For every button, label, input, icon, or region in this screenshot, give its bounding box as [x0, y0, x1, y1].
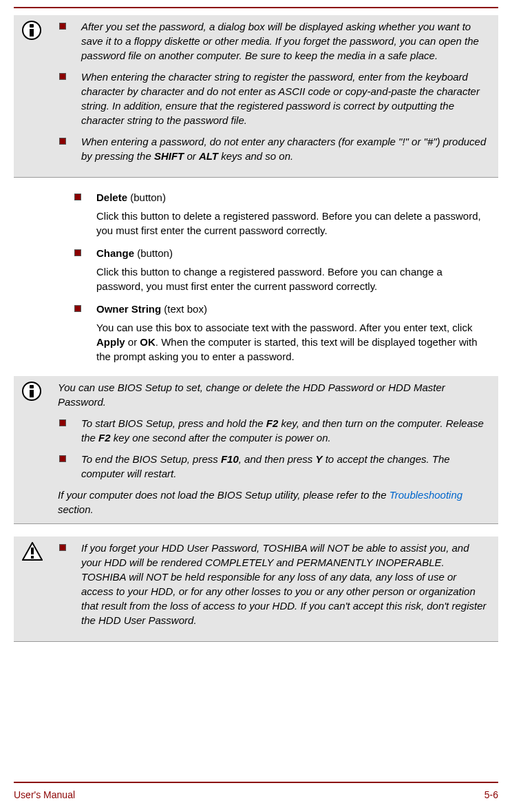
page-footer: User's Manual 5-6	[0, 782, 512, 802]
bullet-icon	[74, 305, 81, 312]
note-item: If you forget your HDD User Password, TO…	[55, 541, 494, 627]
info-note-box-2: You can use BIOS Setup to set, change or…	[14, 376, 498, 524]
bullet-icon	[59, 73, 66, 80]
bold-text: Owner String	[96, 303, 161, 315]
bold-text: F2	[266, 417, 279, 429]
text-span: If your computer does not load the BIOS …	[58, 489, 390, 501]
text-span: (button)	[127, 191, 166, 203]
note-text: When entering the character string to re…	[81, 70, 494, 127]
list-item-change: Change (button)	[70, 246, 491, 260]
top-border-line	[14, 7, 498, 8]
note-text: To start BIOS Setup, press and hold the …	[81, 416, 494, 445]
text-span: To end the BIOS Setup, press	[81, 453, 221, 465]
list-item-title: Delete (button)	[96, 190, 491, 205]
bold-text: OK	[140, 336, 156, 348]
text-span: or	[125, 336, 140, 348]
list-item-title: Owner String (text box)	[96, 302, 491, 316]
note-item: To end the BIOS Setup, press F10, and th…	[55, 452, 494, 481]
list-item-delete: Delete (button)	[70, 190, 491, 205]
text-span: keys and so on.	[218, 150, 293, 162]
info-icon	[22, 382, 41, 401]
intro-text: You can use BIOS Setup to set, change or…	[55, 380, 494, 409]
bold-text: F10	[221, 453, 239, 465]
svg-rect-7	[31, 548, 34, 554]
warning-box: If you forget your HDD User Password, TO…	[14, 537, 498, 642]
icon-column	[14, 376, 55, 517]
list-item-owner-string: Owner String (text box)	[70, 302, 491, 316]
note-item: When entering a password, do not enter a…	[55, 134, 494, 163]
bullet-icon	[59, 23, 66, 30]
list-item-description: Click this button to change a registered…	[70, 264, 491, 293]
footer-left: User's Manual	[14, 789, 75, 802]
list-item-description: You can use this box to associate text w…	[70, 320, 491, 364]
svg-rect-5	[30, 390, 34, 397]
main-button-list: Delete (button) Click this button to del…	[14, 190, 498, 364]
bold-text: Delete	[96, 191, 127, 203]
icon-column	[14, 15, 55, 170]
bold-text: Change	[96, 247, 134, 259]
content-area: After you set the password, a dialog box…	[0, 15, 512, 642]
text-span: To start BIOS Setup, press and hold the	[81, 417, 266, 429]
bullet-icon	[74, 249, 81, 256]
svg-rect-2	[30, 29, 34, 37]
svg-rect-4	[30, 385, 34, 388]
list-item-title: Change (button)	[96, 246, 491, 260]
bullet-icon	[74, 194, 81, 200]
note-text: To end the BIOS Setup, press F10, and th…	[81, 452, 494, 481]
svg-rect-1	[30, 24, 34, 28]
bullet-icon	[59, 419, 66, 426]
footer-line	[14, 782, 498, 783]
info-note-box-1: After you set the password, a dialog box…	[14, 15, 498, 178]
refer-text: If your computer does not load the BIOS …	[55, 488, 494, 517]
info-box-content: You can use BIOS Setup to set, change or…	[55, 376, 498, 517]
note-item: When entering the character string to re…	[55, 70, 494, 127]
bold-text: Y	[316, 453, 323, 465]
icon-column	[14, 537, 55, 634]
bullet-icon	[59, 138, 66, 145]
troubleshooting-link[interactable]: Troubleshooting	[390, 489, 462, 501]
text-span: , and then press	[239, 453, 316, 465]
bold-text: Apply	[96, 336, 125, 348]
footer-right: 5-6	[484, 789, 498, 802]
text-span: section.	[58, 503, 94, 515]
note-item: To start BIOS Setup, press and hold the …	[55, 416, 494, 445]
info-icon	[22, 21, 41, 40]
footer-row: User's Manual 5-6	[14, 789, 498, 802]
bullet-icon	[59, 455, 66, 462]
list-item-description: Click this button to delete a registered…	[70, 209, 491, 238]
info-box-content: After you set the password, a dialog box…	[55, 15, 498, 170]
text-span: (button)	[134, 247, 173, 259]
warning-text: If you forget your HDD User Password, TO…	[81, 541, 494, 627]
text-span: (text box)	[161, 303, 207, 315]
svg-rect-8	[31, 556, 34, 559]
text-span: or	[184, 150, 199, 162]
text-span: You can use this box to associate text w…	[96, 322, 472, 333]
warning-icon	[22, 542, 43, 561]
bold-text: F2	[98, 432, 111, 444]
bold-text: ALT	[199, 150, 218, 162]
bullet-icon	[59, 544, 66, 551]
warning-content: If you forget your HDD User Password, TO…	[55, 537, 498, 634]
text-span: key one second after the computer is pow…	[111, 432, 331, 444]
note-text: When entering a password, do not enter a…	[81, 134, 494, 163]
note-item: After you set the password, a dialog box…	[55, 19, 494, 63]
note-text: After you set the password, a dialog box…	[81, 19, 494, 63]
bold-text: SHIFT	[154, 150, 184, 162]
